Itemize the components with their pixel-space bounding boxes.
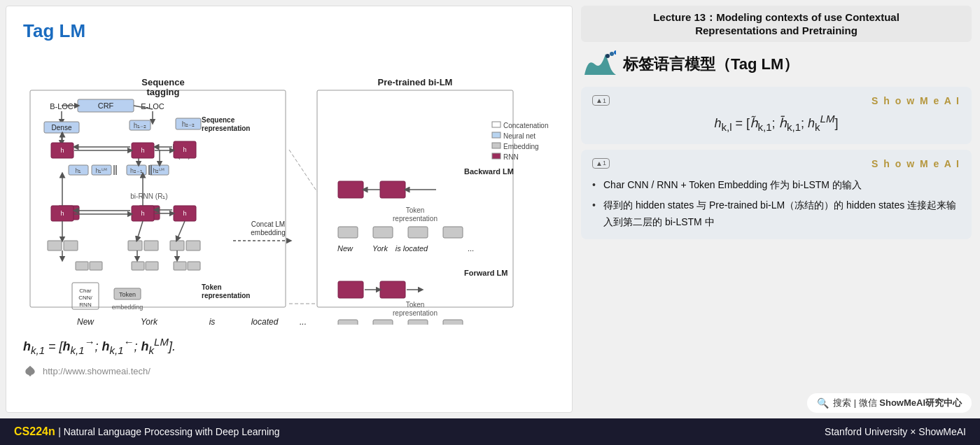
- slide-panel: Tag LM Sequence tagging Pre-trained bi-L…: [6, 6, 573, 413]
- svg-rect-87: [373, 320, 393, 325]
- svg-text:Backward LM: Backward LM: [464, 167, 514, 176]
- svg-rect-89: [443, 320, 463, 325]
- svg-text:Token: Token: [202, 283, 222, 291]
- svg-text:York: York: [372, 244, 388, 253]
- svg-rect-86: [338, 320, 358, 325]
- tag-lm-title-zh: 标签语言模型（Tag LM）: [623, 54, 799, 75]
- info-card-bullets: ▲1 S h o w M e A I Char CNN / RNN + Toke…: [581, 150, 972, 239]
- svg-text:New: New: [77, 317, 94, 325]
- svg-text:tagging: tagging: [147, 87, 180, 97]
- svg-text:h: h: [60, 147, 64, 154]
- svg-rect-49: [188, 262, 200, 270]
- svg-rect-127: [64, 241, 78, 250]
- svg-rect-5: [492, 122, 500, 127]
- svg-text:h₂₋₂: h₂₋₂: [182, 120, 195, 128]
- svg-rect-9: [492, 143, 500, 148]
- svg-text:h₂₋₁: h₂₋₁: [130, 167, 143, 174]
- svg-text:Forward LM: Forward LM: [464, 269, 507, 277]
- svg-text:h₁₋₂: h₁₋₂: [134, 122, 147, 129]
- svg-text:h₁ᴸᴹ: h₁ᴸᴹ: [95, 167, 107, 174]
- svg-line-134: [177, 221, 185, 239]
- svg-line-94: [289, 150, 317, 192]
- svg-text:Sequence: Sequence: [141, 77, 184, 87]
- slide-formula: hk,1 = [hk,1→; hk,1←; hkLM].: [23, 332, 555, 360]
- svg-rect-46: [132, 262, 144, 270]
- card1-showmeai: S h o w M e A I: [872, 95, 960, 106]
- right-panel: Lecture 13：Modeling contexts of use Cont…: [578, 0, 980, 418]
- slide-footer: http://www.showmeai.tech/: [23, 365, 555, 379]
- svg-rect-11: [492, 153, 500, 159]
- svg-text:RNN: RNN: [79, 302, 92, 308]
- svg-rect-72: [373, 227, 393, 238]
- svg-line-133: [137, 221, 143, 239]
- bullet-item-1: Char CNN / RNN + Token Embedding 作为 bi-L…: [592, 177, 960, 194]
- svg-text:representation: representation: [393, 309, 438, 317]
- svg-rect-66: [380, 181, 405, 198]
- svg-rect-130: [170, 241, 184, 250]
- svg-text:Sequence: Sequence: [202, 116, 235, 124]
- bullet-item-2: 得到的 hidden states 与 Pre-trained bi-LM（冻结…: [592, 197, 960, 231]
- svg-text:h: h: [141, 147, 144, 154]
- bottom-right-label: Stanford University × ShowMeAI: [825, 426, 966, 437]
- svg-rect-47: [146, 262, 158, 270]
- svg-rect-81: [380, 281, 405, 298]
- svg-text:h: h: [183, 146, 186, 153]
- tag-lm-header: 标签语言模型（Tag LM）: [581, 48, 972, 81]
- svg-text:Embedding: Embedding: [503, 143, 539, 150]
- card2-showmeai: S h o w M e A I: [872, 158, 960, 169]
- lecture-title-line1: Lecture 13：Modeling contexts of use Cont…: [592, 11, 960, 24]
- svg-rect-7: [492, 132, 500, 138]
- svg-text:Dense: Dense: [52, 124, 72, 132]
- svg-rect-88: [408, 320, 428, 325]
- search-text: 搜索 | 微信 ShowMeAI研究中心: [833, 397, 962, 409]
- svg-rect-48: [174, 262, 186, 270]
- svg-text:embedding: embedding: [251, 229, 285, 236]
- svg-text:embedding: embedding: [112, 304, 144, 311]
- svg-text:is located: is located: [396, 244, 428, 253]
- svg-rect-74: [443, 227, 463, 238]
- svg-text:CNN/: CNN/: [78, 295, 92, 301]
- svg-point-142: [614, 50, 616, 55]
- svg-text:E-LOC: E-LOC: [141, 102, 164, 111]
- svg-text:CRF: CRF: [98, 101, 114, 110]
- svg-text:RNN: RNN: [503, 153, 519, 161]
- svg-rect-126: [48, 241, 62, 250]
- svg-text:h: h: [183, 210, 186, 217]
- svg-rect-73: [408, 227, 428, 238]
- svg-text:is: is: [209, 317, 216, 325]
- svg-rect-44: [76, 262, 88, 270]
- svg-rect-65: [338, 181, 363, 198]
- search-icon: 🔍: [817, 397, 829, 409]
- slide-title: Tag LM: [23, 20, 555, 42]
- svg-text:Pre-trained bi-LM: Pre-trained bi-LM: [378, 77, 453, 87]
- svg-rect-131: [186, 241, 200, 250]
- svg-rect-45: [90, 262, 102, 270]
- svg-text:B-LOC: B-LOC: [50, 102, 74, 111]
- svg-text:representation: representation: [202, 292, 250, 299]
- bullet-list: Char CNN / RNN + Token Embedding 作为 bi-L…: [592, 177, 960, 231]
- svg-rect-129: [144, 241, 158, 250]
- main-area: Tag LM Sequence tagging Pre-trained bi-L…: [0, 0, 980, 418]
- bottom-rest-label: | Natural Language Processing with Deep …: [58, 426, 280, 437]
- svg-point-139: [29, 374, 31, 376]
- svg-rect-128: [128, 241, 142, 250]
- svg-text:Token: Token: [406, 301, 425, 309]
- svg-text:Token: Token: [119, 291, 136, 298]
- svg-text:New: New: [337, 244, 354, 253]
- card2-badge: ▲1: [592, 158, 610, 169]
- svg-text:h₁: h₁: [75, 167, 81, 174]
- footer-link: http://www.showmeai.tech/: [43, 366, 150, 376]
- bottom-cs-label: CS224n: [14, 425, 55, 437]
- search-box[interactable]: 🔍 搜索 | 微信 ShowMeAI研究中心: [807, 393, 972, 413]
- svg-text:...: ...: [300, 317, 307, 325]
- svg-point-141: [610, 52, 614, 56]
- svg-text:Concatenation: Concatenation: [503, 122, 549, 129]
- card1-formula: hk,l = [h̃k,1; h̄k,1; hkLM]: [592, 110, 960, 136]
- svg-text:Token: Token: [406, 206, 425, 214]
- tag-lm-icon: [581, 50, 616, 78]
- bottom-bar: CS224n | Natural Language Processing wit…: [0, 418, 980, 445]
- svg-text:representation: representation: [202, 125, 250, 132]
- svg-text:representation: representation: [393, 215, 438, 222]
- svg-text:bi-RNN (R₁): bi-RNN (R₁): [130, 192, 167, 200]
- svg-text:located: located: [251, 317, 279, 325]
